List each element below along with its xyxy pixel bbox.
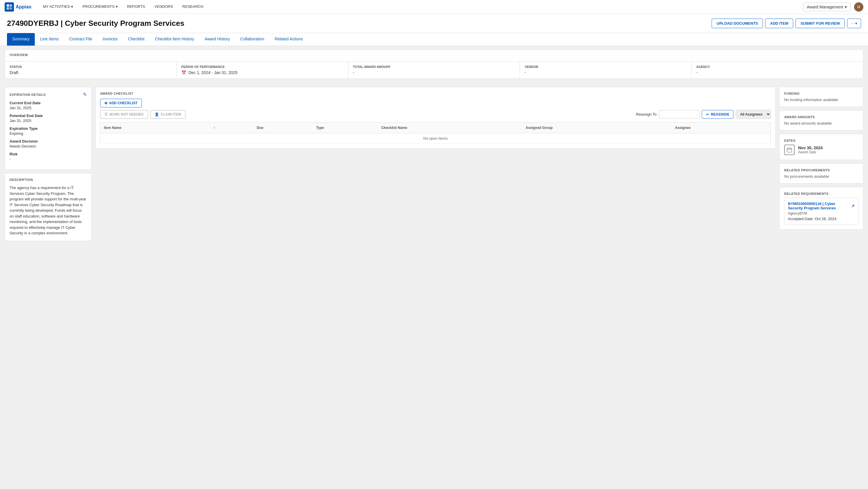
col-due: Due	[253, 122, 313, 133]
checklist-table: Item Name ↑ Due Type Checklist Name	[100, 122, 771, 144]
more-actions-button[interactable]: ··· ▾	[847, 19, 861, 28]
related-requirements-section-title: RELATED REQUIREMENTS	[784, 192, 859, 195]
overview-section: OVERVIEW STATUS Draft PERIOD OF PERFORMA…	[5, 49, 863, 79]
app-selector[interactable]: Award Management ▾	[803, 3, 850, 11]
award-decision-label: Award Decision	[9, 139, 87, 143]
checklist-section-title: AWARD CHECKLIST	[100, 92, 771, 95]
add-checklist-button[interactable]: ⊕ ADD CHECKLIST	[100, 99, 142, 108]
top-nav: Appian MY ACTIVITIES ▾ PROCUREMENTS ▾ RE…	[0, 0, 868, 14]
expiration-type-value: Expiring	[9, 131, 87, 136]
upload-documents-button[interactable]: UPLOAD DOCUMENTS	[712, 19, 763, 28]
svg-rect-0	[7, 4, 9, 7]
related-procurements-card: RELATED PROCUREMENTS No procurements ava…	[779, 164, 863, 183]
overview-total-award-label: TOTAL AWARD AMOUNT	[353, 65, 515, 68]
left-panel: EXPIRATION DETAILS ✎ Current End Date Ja…	[5, 87, 92, 489]
risk-field: Risk -	[9, 152, 87, 161]
award-date-label: Award Date	[798, 150, 823, 154]
related-requirements-card: RELATED REQUIREMENTS BYM010000000116 | C…	[779, 187, 863, 230]
funding-card: FUNDING No funding information available	[779, 87, 863, 107]
checklist-toolbar: ☰ MARK NOT NEEDED 👤 CLAIM ITEM Reassign …	[100, 110, 771, 119]
add-item-button[interactable]: ADD ITEM	[765, 19, 794, 28]
description-text: The agency has a requirement for a IT Se…	[9, 185, 87, 236]
dates-row: Nov 30, 2024 Award Date	[784, 145, 859, 155]
sort-icon[interactable]: ↑	[213, 125, 215, 130]
potential-end-date-field: Potential End Date Jan 31, 2025	[9, 114, 87, 123]
funding-message: No funding information available	[784, 97, 859, 102]
date-info: Nov 30, 2024 Award Date	[798, 145, 823, 154]
risk-label: Risk	[9, 152, 87, 156]
col-assignee: Assignee	[672, 122, 771, 133]
page-header: 27490DYERBJ | Cyber Security Program Ser…	[0, 14, 868, 33]
user-avatar[interactable]: U	[854, 2, 863, 11]
col-assigned-group: Assigned Group	[522, 122, 672, 133]
tab-summary[interactable]: Summary	[7, 33, 35, 46]
overview-total-award-value: -	[353, 70, 515, 75]
reassign-label: Reassign To	[636, 112, 656, 116]
reassign-input[interactable]	[659, 110, 700, 118]
tab-checklist[interactable]: Checklist	[123, 33, 150, 46]
claim-item-button[interactable]: 👤 CLAIM ITEM	[150, 110, 185, 119]
edit-expiration-icon[interactable]: ✎	[83, 92, 87, 97]
overview-agency-label: AGENCY	[696, 65, 859, 68]
expiration-header: EXPIRATION DETAILS ✎	[9, 92, 87, 97]
overview-agency-value: -	[696, 70, 859, 75]
award-amounts-message: No award amounts available	[784, 121, 859, 125]
tab-award-history[interactable]: Award History	[199, 33, 235, 46]
overview-status-label: STATUS	[9, 65, 172, 68]
overview-total-award-cell: TOTAL AWARD AMOUNT -	[348, 62, 520, 78]
overview-section-title: OVERVIEW	[5, 50, 863, 59]
nav-vendors[interactable]: VENDORS	[153, 0, 174, 14]
overview-vendor-value: -	[525, 70, 687, 75]
svg-rect-3	[9, 7, 12, 9]
reassign-button[interactable]: ↩ REASSIGN	[702, 110, 734, 119]
related-procurements-message: No procurements available	[784, 174, 859, 179]
tab-collaboration[interactable]: Collaboration	[235, 33, 270, 46]
no-items-message: No open items	[100, 133, 771, 144]
funding-section-title: FUNDING	[784, 92, 859, 95]
related-procurements-section-title: RELATED PROCUREMENTS	[784, 168, 859, 172]
date-calendar-icon	[784, 145, 795, 155]
current-end-date-value: Jan 31, 2025	[9, 106, 87, 110]
nav-right: Award Management ▾ U	[803, 2, 863, 11]
col-sort[interactable]: ↑	[209, 122, 253, 133]
center-panel: AWARD CHECKLIST ⊕ ADD CHECKLIST ☰ MARK N…	[95, 87, 776, 489]
requirement-title: BYM010000000116 | Cyber Security Program…	[788, 202, 855, 210]
tab-contract-file[interactable]: Contract File	[64, 33, 97, 46]
app-name-text: Appian	[16, 4, 31, 9]
overview-period-label: PERIOD OF PERFORMANCE	[181, 65, 343, 68]
mark-not-needed-button[interactable]: ☰ MARK NOT NEEDED	[100, 110, 148, 119]
requirement-external-link-icon[interactable]: ↗	[851, 204, 855, 208]
assignee-select[interactable]: All Assignees	[736, 110, 771, 119]
overview-status-value: Draft	[9, 70, 172, 75]
award-decision-value: Needs Decision	[9, 144, 87, 148]
svg-rect-1	[9, 4, 12, 7]
submit-for-review-button[interactable]: SUBMIT FOR REVIEW	[796, 19, 845, 28]
col-item-name: Item Name	[100, 122, 209, 133]
overview-period-value: 📅 Dec 1, 2024 - Jan 31, 2025	[181, 70, 343, 75]
tab-checklist-item-history[interactable]: Checklist Item History	[150, 33, 199, 46]
tab-related-actions[interactable]: Related Actions	[270, 33, 308, 46]
requirement-title-link[interactable]: BYM010000000116 | Cyber Security Program…	[788, 202, 851, 210]
expiration-type-label: Expiration Type	[9, 126, 87, 131]
tab-invoices[interactable]: Invoices	[97, 33, 123, 46]
award-date-value: Nov 30, 2024	[798, 145, 823, 150]
logo-icon	[5, 2, 14, 11]
award-amounts-section-title: AWARD AMOUNTS	[784, 115, 859, 119]
expiration-section-title: EXPIRATION DETAILS	[9, 93, 46, 96]
nav-research[interactable]: RESEARCH	[181, 0, 205, 14]
current-end-date-label: Current End Date	[9, 101, 87, 105]
app-logo[interactable]: Appian	[5, 2, 31, 11]
related-requirement-item: BYM010000000116 | Cyber Security Program…	[784, 198, 859, 225]
col-checklist-name: Checklist Name	[378, 122, 522, 133]
col-type: Type	[313, 122, 378, 133]
tab-line-items[interactable]: Line Items	[35, 33, 64, 46]
nav-reports[interactable]: REPORTS	[126, 0, 147, 14]
expiration-details-card: EXPIRATION DETAILS ✎ Current End Date Ja…	[5, 87, 92, 170]
overview-agency-cell: AGENCY -	[692, 62, 863, 78]
dates-card: DATES Nov 30, 2024 Award Date	[779, 134, 863, 160]
main-content: EXPIRATION DETAILS ✎ Current End Date Ja…	[0, 82, 868, 489]
nav-procurements[interactable]: PROCUREMENTS ▾	[81, 0, 119, 14]
risk-value: -	[9, 157, 87, 161]
nav-my-activities[interactable]: MY ACTIVITIES ▾	[42, 0, 74, 14]
expiration-type-field: Expiration Type Expiring	[9, 126, 87, 136]
